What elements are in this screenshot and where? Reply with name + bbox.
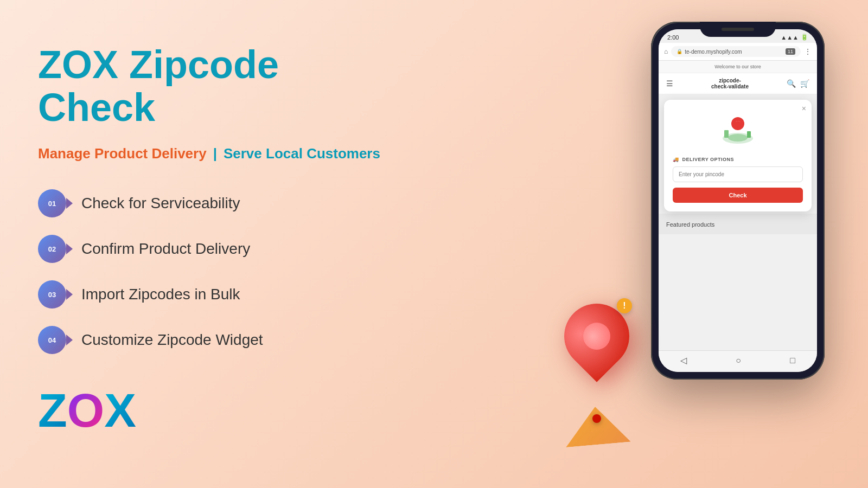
svg-rect-5	[747, 131, 751, 138]
phone-content-area: Featured products	[659, 214, 817, 234]
home-button[interactable]: ○	[736, 356, 741, 365]
feature-text-3: Import Zipcodes in Bulk	[81, 286, 240, 303]
subtitle-row: Manage Product Delivery | Serve Local Cu…	[38, 145, 407, 162]
feature-item-4: 04 Customize Zipcode Widget	[38, 326, 407, 354]
truck-icon: 🚚	[673, 157, 679, 162]
phone-browser-bar: ⌂ 🔒 te-demo.myshopify.com 11 ⋮	[659, 43, 817, 61]
home-icon: ⌂	[664, 48, 668, 55]
pin-notification-badge: !	[617, 298, 632, 313]
wifi-icon: 🔋	[801, 34, 808, 41]
pin-base-shape	[541, 402, 652, 449]
svg-rect-4	[724, 130, 729, 138]
zox-logo: Z O X	[38, 387, 136, 434]
feature-badge-3: 03	[38, 280, 66, 309]
featured-products-label: Featured products	[666, 221, 714, 228]
nav-icons: 🔍 🛒	[787, 79, 809, 88]
tab-count: 11	[786, 48, 795, 55]
url-text: te-demo.myshopify.com	[685, 49, 742, 55]
cart-icon[interactable]: 🛒	[800, 79, 809, 88]
pin-bottom-dot	[592, 414, 601, 423]
back-icon[interactable]: ◁	[680, 355, 687, 365]
modal-close-button[interactable]: ×	[802, 104, 806, 113]
logo-x: X	[104, 387, 136, 434]
subtitle-divider: |	[213, 145, 217, 162]
modal-map-icon	[673, 108, 803, 151]
phone-notch	[700, 22, 776, 37]
store-name: zipcode-check-validate	[711, 78, 749, 89]
modal-delivery-label: 🚚 DELIVERY OPTIONS	[673, 157, 803, 162]
title-line2: Check	[38, 86, 155, 129]
subtitle-manage: Manage Product Delivery	[38, 145, 207, 162]
feature-badge-4: 04	[38, 326, 66, 354]
svg-point-1	[728, 134, 748, 142]
logo-o: O	[67, 387, 104, 434]
features-list: 01 Check for Serviceability 02 Confirm P…	[38, 189, 407, 354]
feature-item-3: 03 Import Zipcodes in Bulk	[38, 280, 407, 309]
phone-bottom-nav: ◁ ○ □	[659, 350, 817, 372]
logo-z: Z	[38, 387, 67, 434]
pin-body-container: !	[559, 298, 635, 374]
location-pin-3d: !	[537, 293, 656, 445]
check-button[interactable]: Check	[673, 188, 803, 203]
feature-number-1: 01	[48, 200, 56, 208]
logo-area: Z O X	[38, 387, 407, 434]
recent-apps-icon[interactable]: □	[790, 356, 795, 365]
left-content: ZOX Zipcode Check Manage Product Deliver…	[38, 43, 407, 434]
main-title: ZOX Zipcode Check	[38, 43, 407, 129]
status-time: 2:00	[667, 34, 679, 41]
feature-text-1: Check for Serviceability	[81, 195, 240, 212]
feature-badge-1: 01	[38, 189, 66, 217]
feature-text-4: Customize Zipcode Widget	[81, 331, 263, 349]
hamburger-icon[interactable]: ☰	[666, 79, 673, 88]
url-shield-icon: 🔒	[676, 49, 682, 54]
pin-inner-circle	[578, 317, 616, 356]
feature-item-1: 01 Check for Serviceability	[38, 189, 407, 217]
phone-nav: ☰ zipcode-check-validate 🔍 🛒	[659, 73, 817, 94]
browser-url-bar[interactable]: 🔒 te-demo.myshopify.com 11	[671, 46, 801, 57]
feature-number-4: 04	[48, 336, 56, 344]
phone-screen: 2:00 ▲▲▲ 🔋 ⌂ 🔒 te-demo.myshopify.com 11 …	[659, 29, 817, 372]
more-icon[interactable]: ⋮	[804, 47, 812, 56]
title-line1: ZOX Zipcode	[38, 43, 279, 86]
phone-speaker	[722, 28, 754, 31]
store-welcome-text: Welcome to our store	[714, 64, 761, 69]
phone-modal: ×	[664, 100, 812, 211]
phone-store-header: Welcome to our store	[659, 61, 817, 73]
delivery-label-text: DELIVERY OPTIONS	[682, 157, 735, 162]
feature-text-2: Confirm Product Delivery	[81, 240, 250, 258]
feature-number-3: 03	[48, 291, 56, 299]
feature-badge-2: 02	[38, 235, 66, 263]
subtitle-serve: Serve Local Customers	[224, 145, 380, 162]
search-icon[interactable]: 🔍	[787, 79, 796, 88]
signal-icon: ▲▲▲	[781, 34, 799, 41]
store-name-text: zipcode-check-validate	[711, 78, 749, 89]
phone-status-icons: ▲▲▲ 🔋	[781, 34, 808, 41]
phone-mockup: 2:00 ▲▲▲ 🔋 ⌂ 🔒 te-demo.myshopify.com 11 …	[651, 22, 835, 390]
phone-outer: 2:00 ▲▲▲ 🔋 ⌂ 🔒 te-demo.myshopify.com 11 …	[651, 22, 825, 380]
feature-item-2: 02 Confirm Product Delivery	[38, 235, 407, 263]
pincode-input[interactable]	[673, 166, 803, 182]
feature-number-2: 02	[48, 245, 56, 253]
